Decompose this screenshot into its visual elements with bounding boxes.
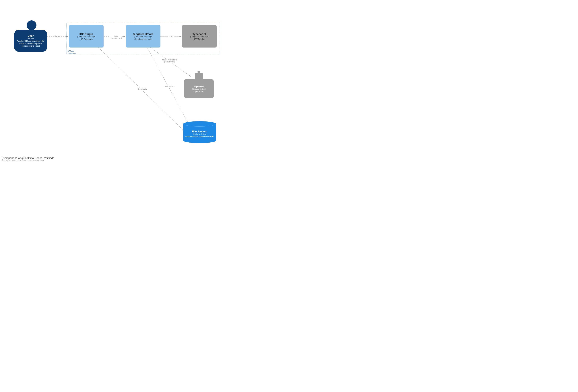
ide-plugin-desc: IDE Extension xyxy=(80,38,93,40)
openai-node: OpenAI [Software System] OpenAI API xyxy=(184,71,214,101)
edge-core-fs-label: Reads from xyxy=(164,85,175,88)
vscode-container-label: VSCode [Container] xyxy=(68,50,76,55)
db-text: File System [Container: Native] Where th… xyxy=(183,130,216,138)
edge-label-sub: [JavaScript API] xyxy=(111,37,122,39)
typescript-title: Typescript xyxy=(193,32,206,36)
fs-meta: [Container: Native] xyxy=(183,133,216,135)
edge-core-ts-label: Uses xyxy=(168,35,174,38)
user-node: User [Person] AngularJS/React developer … xyxy=(14,20,47,53)
openai-title: OpenAI xyxy=(194,85,204,88)
edge-label-sub: [JSON/HTTPS] xyxy=(160,61,179,63)
user-meta: [Person] xyxy=(28,38,34,39)
edge-core-openai-label: Makes API calls to [JSON/HTTPS] xyxy=(159,59,180,63)
core-node: @ng2react/core [Component: JavaScript] C… xyxy=(126,25,160,47)
user-title: User xyxy=(28,34,34,37)
core-desc: Core business logic xyxy=(134,38,152,40)
container-meta: [Container] xyxy=(68,52,76,55)
typescript-node: Typescript [Component: JavaScript] AST P… xyxy=(182,25,217,47)
ide-plugin-meta: [Component: JavaScript] xyxy=(77,36,95,38)
edge-label-text: Uses xyxy=(111,35,122,37)
diagram-footer: [Component] AngularJS to React - VSCode … xyxy=(2,157,54,161)
typescript-desc: AST Parsing xyxy=(194,38,205,40)
core-title: @ng2react/core xyxy=(133,32,153,36)
person-head-shape xyxy=(27,20,37,30)
edge-label-text: Makes API calls to xyxy=(160,59,179,61)
robot-head-shape xyxy=(195,73,203,80)
ide-plugin-node: IDE Plugin [Component: JavaScript] IDE E… xyxy=(69,25,103,47)
core-meta: [Component: JavaScript] xyxy=(134,36,152,38)
ide-plugin-title: IDE Plugin xyxy=(80,32,93,36)
edge-label-text: Read/Write xyxy=(138,88,147,90)
edge-ide-core-label: Uses [JavaScript API] xyxy=(110,35,122,39)
footer-title: [Component] AngularJS to React - VSCode xyxy=(2,157,54,159)
edge-user-ide-label: Uses xyxy=(54,35,59,38)
openai-meta: [Software System] xyxy=(192,88,205,90)
person-body-shape: User [Person] AngularJS/React developer … xyxy=(14,30,47,52)
openai-desc: OpenAI API xyxy=(194,90,204,93)
fs-desc: Where the user's project files exist xyxy=(183,135,216,138)
edge-ide-fs-label: Read/Write xyxy=(138,88,148,90)
typescript-meta: [Component: JavaScript] xyxy=(190,36,208,38)
container-name: VSCode xyxy=(68,50,76,52)
user-desc: AngularJS/React developer who wants to c… xyxy=(16,40,45,47)
edge-label-text: Uses xyxy=(169,35,173,37)
edge-label-text: Reads from xyxy=(165,85,174,88)
fs-title: File System xyxy=(183,130,216,133)
robot-body-shape: OpenAI [Software System] OpenAI API xyxy=(184,79,214,98)
file-system-node: File System [Container: Native] Where th… xyxy=(183,122,216,143)
edge-label-text: Uses xyxy=(54,35,59,37)
footer-sub: Sunday, 16 July 2023 at 11:00 British Su… xyxy=(2,159,54,161)
